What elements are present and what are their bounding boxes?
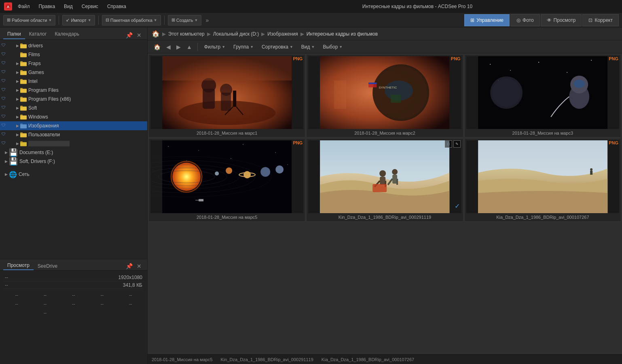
menu-service[interactable]: Сервис: [80, 3, 100, 10]
thumb-item-3[interactable]: PNG: [464, 54, 621, 138]
menu-view[interactable]: Вид: [62, 3, 74, 10]
breadcrumb-computer[interactable]: Этот компьютер: [168, 31, 205, 37]
folder-icon-pfx86: [20, 96, 27, 102]
tree-item-intel[interactable]: 🛡 ▶ Intel: [0, 77, 147, 86]
expand-pfx86[interactable]: ▶: [15, 96, 20, 102]
folder-tree[interactable]: 🛡 ▶ drivers 🛡 ▶ Films: [0, 40, 147, 259]
thumb-item-6[interactable]: PNG: [464, 138, 621, 222]
view-dropdown-arrow: ▼: [311, 45, 315, 49]
svg-rect-12: [20, 79, 23, 80]
preview-cell: --: [117, 301, 144, 307]
tree-item-drivers[interactable]: 🛡 ▶ drivers: [0, 41, 147, 50]
batch-icon: ⊟: [106, 17, 109, 23]
nav-home-button[interactable]: 🏠: [152, 43, 163, 51]
expand-masked[interactable]: ▶: [15, 141, 20, 146]
expand-fraps[interactable]: ▶: [15, 61, 20, 66]
batch-button[interactable]: ⊟ Пакетная обработка ▼: [102, 15, 161, 25]
expand-network[interactable]: ▶: [3, 171, 9, 177]
view-button[interactable]: Вид ▼: [298, 43, 318, 51]
preview-close-button[interactable]: ✕: [134, 262, 144, 270]
expand-users[interactable]: ▶: [15, 132, 20, 138]
expand-images[interactable]: ▶: [15, 123, 20, 129]
tree-item-masked[interactable]: 🛡 ▶ ████████████: [0, 139, 147, 148]
svg-point-61: [198, 150, 199, 151]
tree-label-games: Games: [28, 70, 44, 75]
panel-close-button[interactable]: ✕: [134, 31, 144, 39]
preview-pin-icon[interactable]: 📌: [124, 262, 134, 270]
thumb-item-2[interactable]: PNG: [306, 54, 463, 138]
tab-catalog[interactable]: Каталог: [25, 30, 51, 39]
shield-icon-windows: 🛡: [2, 114, 7, 120]
group-button[interactable]: Группа ▼: [230, 43, 257, 51]
expand-documents-e[interactable]: ▶: [3, 150, 9, 155]
nav-back-button[interactable]: ◀: [164, 43, 173, 51]
nav-up-button[interactable]: ▲: [184, 43, 194, 51]
breadcrumb-current[interactable]: Интересные кадры из фильмов: [307, 31, 378, 37]
tree-item-users[interactable]: 🛡 ▶ Пользователи: [0, 130, 147, 139]
create-button[interactable]: ⊞ Создать ▼: [168, 15, 202, 25]
tree-item-films[interactable]: 🛡 ▶ Films: [0, 50, 147, 59]
menu-edit[interactable]: Правка: [37, 3, 57, 10]
menu-help[interactable]: Справка: [106, 3, 128, 10]
nav-forward-button[interactable]: ▶: [174, 43, 183, 51]
thumb-item-1[interactable]: PNG: [148, 54, 305, 138]
preview-content: -- 1920x1080 -- 341,8 КБ -- -- -- -- -- …: [0, 271, 147, 319]
tree-item-program-files-x86[interactable]: 🛡 ▶ Program Files (x86): [0, 95, 147, 104]
expand-drivers[interactable]: ▶: [15, 43, 20, 49]
select-button[interactable]: Выбор ▼: [319, 43, 346, 51]
tab-folders[interactable]: Папки: [3, 30, 25, 39]
expand-pf[interactable]: ▶: [15, 87, 20, 93]
sort-button[interactable]: Сортировка ▼: [258, 43, 296, 51]
thumb-overlay-edit-icon[interactable]: ✎: [453, 140, 461, 148]
import-button[interactable]: ↙ Импорт ▼: [62, 15, 95, 25]
preview-cell: --: [89, 301, 115, 307]
thumb-overlay-square-icon[interactable]: □: [445, 140, 452, 148]
expand-soft-f[interactable]: ▶: [3, 159, 9, 164]
tab-calendar[interactable]: Календарь: [51, 30, 83, 39]
tree-item-soft[interactable]: 🛡 ▶ Soft: [0, 104, 147, 112]
svg-rect-36: [162, 56, 292, 80]
svg-point-67: [172, 163, 201, 191]
expand-intel[interactable]: ▶: [15, 78, 20, 84]
expand-windows[interactable]: ▶: [15, 114, 20, 120]
thumb-item-4[interactable]: PNG: [148, 138, 305, 222]
toolbar-more[interactable]: »: [203, 16, 211, 24]
preview-val-1: 1920x1080: [118, 275, 142, 280]
thumb-img-1: [150, 56, 303, 129]
tree-label-pfx86: Program Files (x86): [28, 96, 71, 102]
expand-soft[interactable]: ▶: [15, 105, 20, 111]
home-icon[interactable]: 🏠: [152, 30, 160, 38]
grid-icon: ⊞: [7, 17, 11, 23]
breadcrumb-drive[interactable]: Локальный диск (D:): [213, 31, 259, 37]
workspaces-button[interactable]: ⊞ Рабочие области ▼: [3, 15, 55, 25]
filter-button[interactable]: Фильтр ▼: [201, 43, 228, 51]
dropdown-arrow-batch: ▼: [154, 18, 157, 22]
thumb-item-5[interactable]: □ ✎: [306, 138, 463, 222]
mode-correct-button[interactable]: ⊡ Коррект: [582, 14, 619, 26]
tree-item-games[interactable]: 🛡 ▶ Games: [0, 68, 147, 77]
tab-seedrive[interactable]: SeeDrive: [34, 262, 61, 270]
mode-preview-button[interactable]: 👁 Просмотр: [541, 14, 582, 26]
thumb-label-3: 2018-01-28_Миссия на марс3: [466, 131, 619, 135]
thumb-label-5: Kin_Dza_Dza_1_1986_BDRip_avi_000291119: [308, 215, 461, 220]
tree-item-images[interactable]: 🛡 ▶ Изображения: [0, 121, 147, 130]
tree-item-program-files[interactable]: 🛡 ▶ Program Files: [0, 86, 147, 95]
svg-rect-20: [20, 115, 23, 116]
tree-item-soft-f[interactable]: ▶ 💾 Soft, Drivers (F:): [0, 157, 147, 166]
menu-file[interactable]: Файл: [16, 3, 32, 10]
svg-rect-16: [20, 97, 23, 98]
drive-icon-e: 💾: [9, 148, 18, 157]
tree-item-windows[interactable]: 🛡 ▶ Windows: [0, 112, 147, 121]
tree-item-network[interactable]: ▶ 🌐 Сеть: [0, 170, 147, 179]
svg-point-78: [260, 167, 270, 177]
mode-photo-button[interactable]: ◎ Фото: [510, 14, 540, 26]
tree-item-fraps[interactable]: 🛡 ▶ Fraps: [0, 59, 147, 68]
svg-rect-6: [20, 53, 23, 54]
tree-item-documents-e[interactable]: ▶ 💾 Documents (E:): [0, 148, 147, 157]
shield-icon-soft: 🛡: [2, 105, 7, 111]
breadcrumb-images[interactable]: Изображения: [267, 31, 298, 37]
tab-preview[interactable]: Просмотр: [3, 261, 34, 270]
expand-games[interactable]: ▶: [15, 70, 20, 75]
panel-pin-icon[interactable]: 📌: [124, 31, 134, 39]
mode-manage-button[interactable]: ⊞ Управление: [464, 14, 510, 26]
